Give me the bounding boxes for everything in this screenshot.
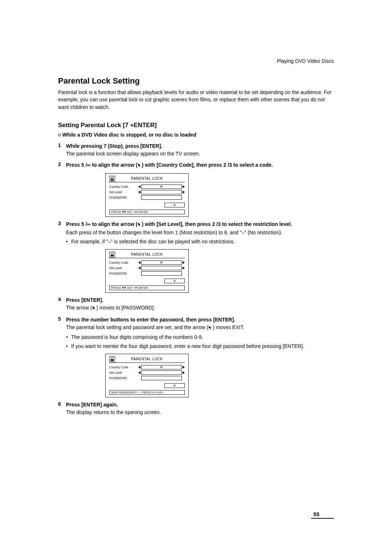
precondition-line: n While a DVD Video disc is stopped, or … [58,131,334,139]
lock-icon [109,176,115,182]
osd-screen-1: PARENTAL LOCK Country Code D Set Level P… [105,173,334,217]
step-5: 5 Press the number buttons to enter the … [58,316,334,350]
cursor-icon [92,305,97,312]
step-6: 6 Press [ENTER] again. The display retur… [58,401,334,416]
cursor-icon [138,221,142,229]
step-3: 3 Press 5 /∞ to align the arrow () with … [58,220,334,246]
osd-screen-2: PARENTAL LOCK Country Code D Set Level P… [105,249,334,293]
running-header: Playing DVD Video Discs [277,58,334,64]
lock-icon [109,356,115,362]
step-4: 4 Press [ENTER]. The arrow () moves to [… [58,296,334,312]
cursor-icon [138,162,142,170]
osd-screen-3: PARENTAL LOCK Country Code D Set Level P… [105,354,334,397]
section-title: Parental Lock Setting [58,76,334,86]
step-1: 1 While pressing 7 (Stop), press [ENTER]… [58,142,334,158]
lock-icon [109,252,115,258]
page-number: 55 [311,511,334,519]
intro-paragraph: Parental lock is a function that allows … [58,89,334,111]
step-2: 2 Press 5 /∞ to align the arrow () with … [58,161,334,170]
cursor-icon [208,324,213,332]
subsection-title: Setting Parental Lock [7 +ENTER] [58,122,334,129]
